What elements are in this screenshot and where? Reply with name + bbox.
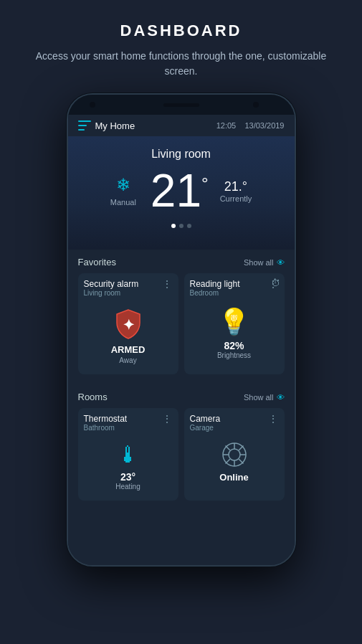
reading-light-sublabel: Brightness bbox=[217, 351, 251, 359]
hero-dot-2[interactable] bbox=[179, 224, 184, 228]
rooms-title: Rooms bbox=[78, 392, 108, 402]
status-bar-left: My Home bbox=[78, 119, 135, 132]
phone-speaker bbox=[163, 103, 199, 107]
thermostat-title: Thermostat bbox=[84, 414, 128, 424]
status-bar: My Home 12:05 13/03/2019 bbox=[68, 115, 295, 136]
app-logo-icon bbox=[78, 119, 91, 132]
svg-line-8 bbox=[239, 459, 243, 463]
thermostat-menu[interactable]: ⋮ bbox=[162, 414, 173, 424]
favorites-title: Favorites bbox=[78, 257, 116, 267]
camera-title: Camera bbox=[190, 414, 221, 424]
rooms-header: Rooms Show all 👁 bbox=[78, 392, 285, 402]
favorites-cards-grid: Security alarm Living room ⋮ ✦ bbox=[78, 273, 285, 374]
reading-light-card[interactable]: Reading light Bedroom ⋮ ⏱ 💡 82% Brightne… bbox=[184, 273, 285, 374]
reading-light-title-block: Reading light Bedroom bbox=[190, 279, 240, 297]
svg-line-7 bbox=[225, 446, 229, 450]
rooms-cards-grid: Thermostat Bathroom ⋮ 🌡 23° Heating bbox=[78, 408, 285, 501]
app-screen: My Home 12:05 13/03/2019 Living room ❄ M… bbox=[68, 115, 295, 565]
favorites-show-all-label: Show all bbox=[244, 258, 274, 267]
eye-icon: 👁 bbox=[277, 258, 285, 267]
camera-aperture-icon bbox=[222, 442, 247, 468]
reading-light-status: 82% bbox=[224, 340, 244, 351]
rooms-eye-icon: 👁 bbox=[277, 393, 285, 402]
hero-temp-row: ❄ Manual 21 ° 21.° Currently bbox=[82, 168, 280, 214]
favorites-section: Favorites Show all 👁 Security alarm Livi… bbox=[68, 250, 295, 384]
thermostat-subtitle: Bathroom bbox=[84, 424, 128, 432]
hero-dot-3[interactable] bbox=[187, 224, 191, 228]
logo-line-2 bbox=[78, 125, 87, 126]
phone-mockup: My Home 12:05 13/03/2019 Living room ❄ M… bbox=[67, 93, 296, 567]
svg-point-2 bbox=[229, 449, 240, 460]
status-bar-datetime: 12:05 13/03/2019 bbox=[216, 121, 285, 130]
header-section: DASHBOARD Access your smart home functio… bbox=[0, 0, 362, 93]
svg-line-10 bbox=[225, 459, 229, 463]
hero-dots bbox=[82, 224, 280, 228]
hero-current-label: Currently bbox=[220, 194, 252, 203]
hero-dot-1[interactable] bbox=[171, 224, 176, 228]
rooms-show-all[interactable]: Show all 👁 bbox=[244, 393, 285, 402]
security-alarm-header: Security alarm Living room ⋮ bbox=[78, 273, 178, 300]
hero-card: Living room ❄ Manual 21 ° 21.° Currently bbox=[68, 136, 295, 250]
timer-icon: ⏱ bbox=[271, 278, 280, 288]
status-date: 13/03/2019 bbox=[244, 121, 284, 130]
hero-current-temp: 21.° bbox=[224, 179, 247, 194]
manual-mode-icon: ❄ bbox=[116, 175, 130, 195]
hero-left-panel: ❄ Manual bbox=[110, 175, 136, 207]
reading-light-body: 💡 82% Brightness bbox=[184, 300, 285, 369]
app-name: My Home bbox=[95, 120, 135, 131]
svg-text:✦: ✦ bbox=[122, 317, 134, 333]
hero-mode-label: Manual bbox=[110, 198, 136, 207]
thermostat-card[interactable]: Thermostat Bathroom ⋮ 🌡 23° Heating bbox=[78, 408, 178, 501]
camera-menu[interactable]: ⋮ bbox=[268, 414, 279, 424]
hero-room-name: Living room bbox=[82, 148, 280, 161]
security-alarm-title-block: Security alarm Living room bbox=[84, 279, 139, 297]
phone-camera-right bbox=[253, 102, 259, 108]
security-alarm-menu[interactable]: ⋮ bbox=[162, 279, 173, 289]
thermostat-body: 🌡 23° Heating bbox=[78, 435, 178, 501]
dashboard-subtitle: Access your smart home functions through… bbox=[29, 49, 333, 79]
dashboard-title: DASHBOARD bbox=[29, 22, 333, 40]
logo-line-1 bbox=[78, 120, 91, 122]
shield-icon: ✦ bbox=[111, 307, 146, 341]
phone-camera-left bbox=[90, 102, 95, 108]
security-alarm-sublabel: Away bbox=[119, 356, 136, 364]
security-alarm-title: Security alarm bbox=[84, 279, 139, 289]
favorites-header: Favorites Show all 👁 bbox=[78, 257, 285, 267]
thermometer-icon: 🌡 bbox=[117, 442, 140, 468]
camera-subtitle: Garage bbox=[190, 424, 221, 432]
svg-line-9 bbox=[239, 446, 243, 450]
rooms-show-all-label: Show all bbox=[244, 393, 274, 402]
security-alarm-subtitle: Living room bbox=[84, 289, 139, 297]
hero-temp-display: 21 ° bbox=[151, 168, 209, 214]
camera-body: Online bbox=[184, 435, 285, 493]
thermostat-temp: 23° bbox=[120, 471, 135, 483]
status-time: 12:05 bbox=[216, 121, 237, 130]
security-alarm-card[interactable]: Security alarm Living room ⋮ ✦ bbox=[78, 273, 178, 374]
security-alarm-body: ✦ ARMED Away bbox=[78, 300, 178, 374]
camera-header: Camera Garage ⋮ bbox=[184, 408, 285, 435]
reading-light-subtitle: Bedroom bbox=[190, 289, 240, 297]
hero-degree: ° bbox=[201, 175, 209, 192]
hero-temperature: 21 bbox=[151, 168, 201, 214]
thermostat-title-block: Thermostat Bathroom bbox=[84, 414, 128, 432]
logo-line-3 bbox=[78, 129, 85, 131]
favorites-show-all[interactable]: Show all 👁 bbox=[244, 258, 285, 267]
camera-title-block: Camera Garage bbox=[190, 414, 221, 432]
thermostat-header: Thermostat Bathroom ⋮ bbox=[78, 408, 178, 435]
security-alarm-status: ARMED bbox=[111, 344, 146, 355]
rooms-section: Rooms Show all 👁 Thermostat Bathroom ⋮ bbox=[68, 384, 295, 511]
reading-light-title: Reading light bbox=[190, 279, 240, 289]
thermostat-sublabel: Heating bbox=[115, 483, 140, 491]
camera-status: Online bbox=[219, 472, 248, 483]
camera-card[interactable]: Camera Garage ⋮ bbox=[184, 408, 285, 501]
shield-icon-container: ✦ bbox=[111, 307, 146, 341]
phone-top-bar bbox=[68, 95, 295, 115]
bulb-icon: 💡 bbox=[218, 307, 250, 337]
reading-light-header: Reading light Bedroom ⋮ bbox=[184, 273, 285, 300]
hero-right-panel: 21.° Currently bbox=[220, 179, 252, 203]
